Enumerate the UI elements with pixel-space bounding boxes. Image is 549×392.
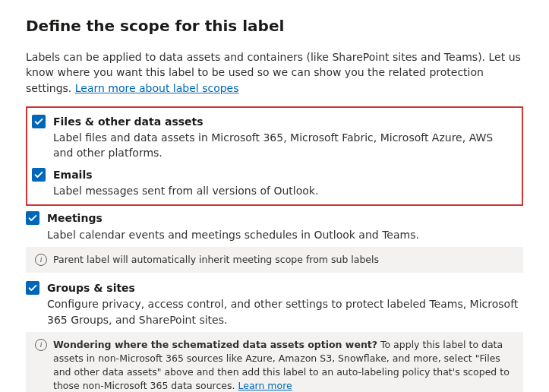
option-emails-desc: Label messages sent from all versions of…	[53, 183, 516, 198]
option-meetings: Meetings Label calendar events and meeti…	[26, 210, 523, 242]
checkmark-icon	[34, 170, 43, 179]
option-emails: Emails Label messages sent from all vers…	[32, 167, 516, 199]
info-icon: i	[35, 254, 47, 266]
option-groups-title: Groups & sites	[47, 280, 523, 296]
learn-more-scopes-link[interactable]: Learn more about label scopes	[75, 82, 239, 94]
option-files-title: Files & other data assets	[53, 114, 516, 129]
page-title: Define the scope for this label	[26, 15, 523, 37]
checkmark-icon	[34, 117, 43, 126]
checkbox-meetings[interactable]	[26, 211, 39, 225]
info-schematized-text: Wondering where the schematized data ass…	[53, 338, 514, 392]
checkbox-emails[interactable]	[32, 168, 46, 182]
info-schematized-link[interactable]: Learn more	[238, 380, 292, 391]
checkmark-icon	[28, 283, 37, 292]
option-groups-desc: Configure privacy, access control, and o…	[47, 296, 523, 327]
info-icon: i	[35, 339, 47, 351]
option-files-desc: Label files and data assets in Microsoft…	[53, 130, 516, 161]
option-emails-title: Emails	[53, 167, 516, 182]
intro-paragraph: Labels can be applied to data assets and…	[26, 49, 523, 96]
info-schematized-bold: Wondering where the schematized data ass…	[53, 339, 377, 350]
info-meetings-text: Parent label will automatically inherit …	[53, 253, 379, 267]
checkmark-icon	[28, 213, 37, 223]
info-bar-schematized: i Wondering where the schematized data a…	[26, 332, 523, 392]
info-bar-meetings: i Parent label will automatically inheri…	[26, 247, 523, 273]
option-files: Files & other data assets Label files an…	[32, 114, 516, 161]
option-groups: Groups & sites Configure privacy, access…	[26, 280, 523, 327]
highlighted-scope-group: Files & other data assets Label files an…	[26, 106, 523, 206]
option-meetings-desc: Label calendar events and meetings sched…	[47, 227, 523, 242]
option-meetings-title: Meetings	[47, 210, 523, 226]
checkbox-files[interactable]	[32, 115, 46, 128]
checkbox-groups[interactable]	[26, 281, 39, 295]
